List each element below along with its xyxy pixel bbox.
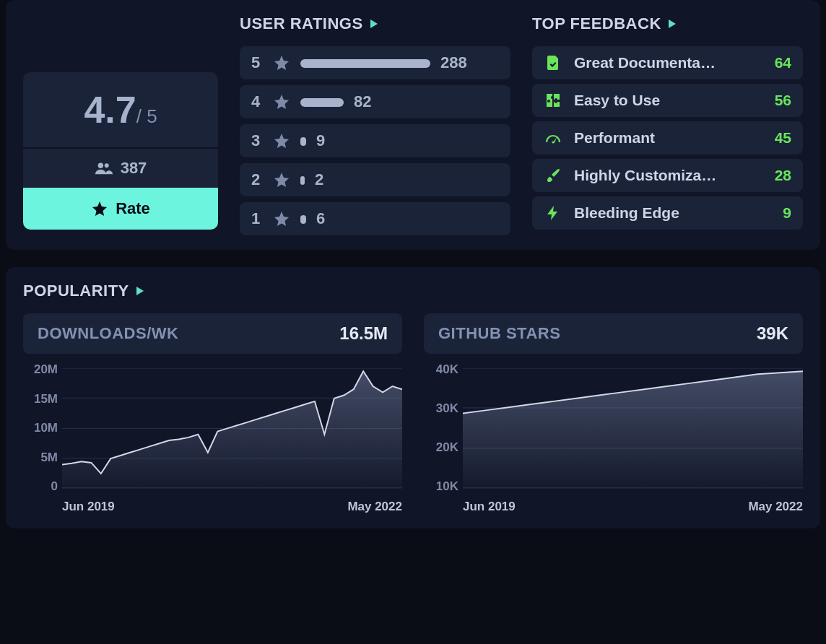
rating-count: 9 bbox=[316, 131, 325, 150]
feedback-row[interactable]: Great Documenta…64 bbox=[532, 46, 803, 79]
feedback-count: 45 bbox=[765, 129, 791, 147]
feedback-label: Highly Customiza… bbox=[574, 167, 754, 184]
y-axis-labels: 40K30K20K10K bbox=[424, 362, 458, 494]
rating-score-card: 4.7/ 5 bbox=[23, 72, 218, 149]
rating-bar bbox=[300, 170, 305, 189]
rate-button-label: Rate bbox=[116, 199, 150, 218]
svg-point-2 bbox=[552, 141, 554, 143]
svg-point-0 bbox=[97, 163, 103, 168]
feedback-row[interactable]: Performant45 bbox=[532, 121, 803, 155]
rating-row-1[interactable]: 16 bbox=[240, 202, 510, 235]
rating-bar bbox=[300, 209, 306, 228]
feedback-label: Great Documenta… bbox=[574, 54, 754, 71]
svg-point-1 bbox=[104, 163, 108, 167]
feedback-count: 56 bbox=[765, 92, 791, 109]
y-axis-labels: 20M15M10M5M0 bbox=[23, 362, 58, 494]
feedback-list: Great Documenta…64Easy to Use56Performan… bbox=[532, 46, 803, 230]
feedback-label: Performant bbox=[574, 129, 754, 147]
feedback-label: Easy to Use bbox=[574, 92, 754, 109]
stars-value: 39K bbox=[757, 323, 788, 344]
rating-denominator: / 5 bbox=[136, 105, 157, 127]
rating-row-2[interactable]: 22 bbox=[240, 163, 510, 196]
popularity-title-text: POPULARITY bbox=[23, 282, 129, 300]
bolt-icon bbox=[544, 204, 562, 222]
rating-bar bbox=[300, 131, 306, 150]
top-feedback-title[interactable]: TOP FEEDBACK bbox=[532, 14, 803, 33]
feedback-count: 9 bbox=[765, 204, 791, 222]
feedback-count: 64 bbox=[765, 54, 791, 71]
x-axis-labels: Jun 2019 May 2022 bbox=[463, 500, 803, 514]
rating-row-4[interactable]: 482 bbox=[240, 85, 510, 118]
doc-check-icon bbox=[544, 53, 562, 72]
user-ratings-section: USER RATINGS 5288482392216 bbox=[240, 14, 510, 235]
rating-count: 288 bbox=[440, 53, 467, 72]
feedback-label: Bleeding Edge bbox=[574, 204, 754, 222]
star-level: 3 bbox=[251, 131, 263, 150]
star-level: 1 bbox=[251, 209, 263, 228]
rating-row-5[interactable]: 5288 bbox=[240, 46, 510, 79]
star-icon bbox=[91, 200, 108, 217]
stars-header[interactable]: GITHUB STARS 39K bbox=[424, 313, 803, 354]
y-tick: 20M bbox=[23, 362, 58, 377]
ratings-panel: 4.7/ 5 387 Rate USER RATINGS 52884823922… bbox=[6, 0, 820, 250]
feedback-count: 28 bbox=[765, 167, 791, 184]
y-tick: 40K bbox=[424, 362, 458, 377]
downloads-header[interactable]: DOWNLOADS/WK 16.5M bbox=[23, 313, 402, 354]
popularity-panel: POPULARITY DOWNLOADS/WK 16.5M 20M15M10M5… bbox=[6, 267, 820, 528]
user-ratings-title-text: USER RATINGS bbox=[240, 14, 363, 33]
play-icon bbox=[136, 287, 144, 295]
rating-voter-count: 387 bbox=[23, 149, 218, 188]
star-icon bbox=[273, 54, 290, 71]
popularity-title[interactable]: POPULARITY bbox=[23, 282, 803, 300]
star-icon bbox=[273, 93, 290, 110]
stars-label: GITHUB STARS bbox=[438, 324, 560, 343]
puzzle-icon bbox=[544, 91, 562, 110]
downloads-label: DOWNLOADS/WK bbox=[38, 324, 178, 343]
rating-count: 82 bbox=[354, 92, 371, 111]
people-icon bbox=[95, 162, 113, 175]
stars-chart: 40K30K20K10K Jun 2019 May 2022 bbox=[424, 362, 803, 514]
rating-score: 4.7 bbox=[84, 89, 136, 131]
x-end-label: May 2022 bbox=[748, 500, 803, 514]
downloads-chart: 20M15M10M5M0 Jun 2019 May 2022 bbox=[23, 362, 402, 514]
top-feedback-section: TOP FEEDBACK Great Documenta…64Easy to U… bbox=[532, 14, 803, 230]
downloads-value: 16.5M bbox=[339, 323, 388, 344]
star-icon bbox=[273, 210, 290, 227]
feedback-row[interactable]: Bleeding Edge9 bbox=[532, 196, 803, 230]
star-level: 5 bbox=[251, 53, 263, 72]
x-start-label: Jun 2019 bbox=[463, 500, 516, 514]
y-tick: 20K bbox=[424, 440, 458, 455]
top-feedback-title-text: TOP FEEDBACK bbox=[532, 14, 661, 33]
user-ratings-title[interactable]: USER RATINGS bbox=[240, 14, 510, 33]
y-tick: 0 bbox=[23, 479, 58, 494]
play-icon bbox=[669, 19, 676, 28]
rating-summary: 4.7/ 5 387 Rate bbox=[23, 72, 218, 230]
voter-count: 387 bbox=[121, 159, 147, 178]
star-level: 2 bbox=[251, 170, 263, 189]
star-level: 4 bbox=[251, 92, 263, 111]
feedback-row[interactable]: Easy to Use56 bbox=[532, 84, 803, 117]
stars-chart-block: GITHUB STARS 39K 40K30K20K10K Jun 2019 M… bbox=[424, 313, 803, 514]
y-tick: 15M bbox=[23, 392, 58, 406]
x-end-label: May 2022 bbox=[347, 500, 402, 514]
downloads-chart-block: DOWNLOADS/WK 16.5M 20M15M10M5M0 Jun 2019 bbox=[23, 313, 402, 514]
y-tick: 30K bbox=[424, 401, 458, 416]
rating-count: 6 bbox=[316, 209, 325, 228]
y-tick: 5M bbox=[23, 451, 58, 465]
rating-bar bbox=[300, 53, 430, 72]
x-axis-labels: Jun 2019 May 2022 bbox=[62, 500, 402, 514]
play-icon bbox=[370, 19, 378, 28]
rating-distribution-list: 5288482392216 bbox=[240, 46, 510, 235]
rating-row-3[interactable]: 39 bbox=[240, 124, 510, 157]
gauge-icon bbox=[544, 129, 562, 147]
downloads-area-chart bbox=[62, 368, 402, 489]
rating-bar bbox=[300, 92, 344, 111]
star-icon bbox=[273, 132, 290, 149]
brush-icon bbox=[544, 166, 562, 185]
feedback-row[interactable]: Highly Customiza…28 bbox=[532, 159, 803, 192]
stars-area-chart bbox=[463, 368, 803, 489]
x-start-label: Jun 2019 bbox=[62, 500, 115, 514]
rate-button[interactable]: Rate bbox=[23, 188, 218, 230]
y-tick: 10K bbox=[424, 479, 458, 494]
star-icon bbox=[273, 171, 290, 188]
